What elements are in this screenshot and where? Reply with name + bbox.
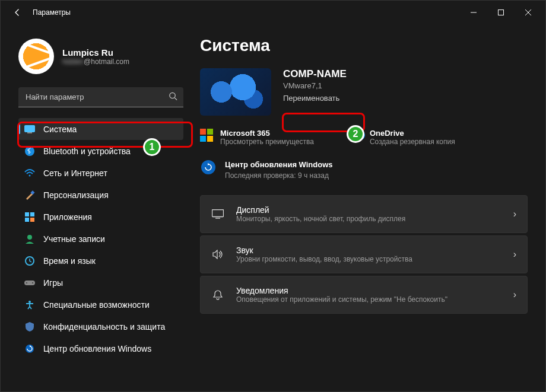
nav-accounts[interactable]: Учетные записи xyxy=(18,228,183,250)
clock-icon xyxy=(24,256,35,266)
title-bar: Параметры xyxy=(1,1,545,24)
svg-rect-11 xyxy=(25,212,29,216)
update-icon xyxy=(24,343,35,354)
svg-point-8 xyxy=(25,146,34,156)
nav-list: Система Bluetooth и устройства Сеть и Ин… xyxy=(18,118,183,359)
promo-sub: Создана резервная копия xyxy=(370,138,455,146)
settings-cards: Дисплей Мониторы, яркость, ночной свет, … xyxy=(200,195,528,314)
promo-title: Microsoft 365 xyxy=(220,129,314,138)
card-sound[interactable]: Звук Уровни громкости, вывод, ввод, звук… xyxy=(200,235,528,273)
sound-icon xyxy=(211,250,224,259)
update-sub: Последняя проверка: 9 ч назад xyxy=(225,171,333,180)
search-box[interactable] xyxy=(18,87,183,107)
nav-label: Система xyxy=(43,125,77,134)
svg-rect-12 xyxy=(30,212,34,216)
nav-label: Сеть и Интернет xyxy=(43,168,107,178)
person-icon xyxy=(24,234,35,244)
svg-point-20 xyxy=(28,301,31,303)
nav-label: Персонализация xyxy=(43,190,109,200)
svg-line-5 xyxy=(174,97,177,100)
svg-point-9 xyxy=(29,174,31,176)
nav-accessibility[interactable]: Специальные возможности xyxy=(18,294,183,315)
update-icon xyxy=(201,160,215,174)
nav-gaming[interactable]: Игры xyxy=(18,272,183,294)
promo-onedrive[interactable]: OneDrive Создана резервная копия xyxy=(350,129,455,146)
promo-ms365[interactable]: Microsoft 365 Просмотреть преимущества xyxy=(200,129,314,146)
window-controls xyxy=(460,3,542,22)
nav-apps[interactable]: Приложения xyxy=(18,206,183,228)
nav-label: Время и язык xyxy=(43,256,96,266)
svg-point-18 xyxy=(26,282,27,283)
chevron-right-icon: › xyxy=(513,289,516,300)
gamepad-icon xyxy=(24,278,35,288)
device-image xyxy=(200,68,271,116)
chevron-right-icon: › xyxy=(513,209,516,219)
nav-label: Приложения xyxy=(43,212,92,222)
nav-label: Конфиденциальность и защита xyxy=(43,322,165,332)
main-panel: Система COMP-NAME VMware7,1 Переименоват… xyxy=(191,24,545,391)
svg-rect-22 xyxy=(212,209,224,216)
nav-label: Центр обновления Windows xyxy=(43,344,151,353)
accessibility-icon xyxy=(24,299,35,310)
nav-privacy[interactable]: Конфиденциальность и защита xyxy=(18,315,183,337)
profile-email: hidden@hotmail.com xyxy=(62,58,129,66)
card-title: Дисплей xyxy=(236,205,501,215)
system-icon xyxy=(24,124,35,135)
minimize-button[interactable] xyxy=(460,3,487,22)
nav-time-language[interactable]: Время и язык xyxy=(18,250,183,272)
close-button[interactable] xyxy=(515,3,542,22)
annotation-badge-1: 1 xyxy=(143,138,161,156)
maximize-button[interactable] xyxy=(487,3,515,22)
svg-rect-6 xyxy=(25,125,35,132)
display-icon xyxy=(211,209,224,219)
brush-icon xyxy=(24,190,35,200)
card-sub: Уровни громкости, вывод, ввод, звуковые … xyxy=(236,255,501,263)
nav-windows-update[interactable]: Центр обновления Windows xyxy=(18,337,183,359)
nav-personalization[interactable]: Персонализация xyxy=(18,184,183,206)
chevron-right-icon: › xyxy=(513,249,516,260)
bell-icon xyxy=(211,289,224,300)
bluetooth-icon xyxy=(24,146,35,157)
sidebar: Lumpics Ru hidden@hotmail.com Система Bl… xyxy=(1,24,191,391)
svg-point-19 xyxy=(32,282,33,283)
search-icon xyxy=(169,91,177,103)
nav-label: Игры xyxy=(43,278,63,288)
card-sub: Оповещения от приложений и системы, режи… xyxy=(236,295,501,304)
promo-title: OneDrive xyxy=(370,129,455,138)
svg-point-4 xyxy=(170,93,175,98)
wifi-icon xyxy=(24,168,35,179)
nav-system[interactable]: Система xyxy=(18,118,183,140)
card-sub: Мониторы, яркость, ночной свет, профиль … xyxy=(236,215,501,223)
search-input[interactable] xyxy=(18,87,183,107)
back-button[interactable] xyxy=(7,2,28,23)
card-display[interactable]: Дисплей Мониторы, яркость, ночной свет, … xyxy=(200,195,528,233)
avatar xyxy=(18,39,54,74)
windows-update-block[interactable]: Центр обновления Windows Последняя прове… xyxy=(200,160,528,180)
svg-point-15 xyxy=(27,235,32,240)
apps-icon xyxy=(24,212,35,222)
rename-link[interactable]: Переименовать xyxy=(283,94,347,103)
nav-network[interactable]: Сеть и Интернет xyxy=(18,162,183,184)
device-block: COMP-NAME VMware7,1 Переименовать xyxy=(200,68,528,116)
ms365-icon xyxy=(200,129,213,142)
svg-rect-17 xyxy=(24,281,35,285)
window-title: Параметры xyxy=(33,8,71,17)
shield-icon xyxy=(24,321,35,332)
card-title: Звук xyxy=(236,246,501,255)
nav-label: Учетные записи xyxy=(43,234,105,244)
svg-rect-14 xyxy=(30,218,34,222)
profile-block[interactable]: Lumpics Ru hidden@hotmail.com xyxy=(18,39,183,74)
annotation-badge-2: 2 xyxy=(347,125,364,143)
promo-sub: Просмотреть преимущества xyxy=(220,138,314,146)
nav-label: Bluetooth и устройства xyxy=(43,146,131,156)
nav-label: Специальные возможности xyxy=(43,300,150,310)
svg-rect-13 xyxy=(25,218,29,222)
page-title: Система xyxy=(200,36,528,55)
device-name: COMP-NAME xyxy=(283,68,347,80)
card-notifications[interactable]: Уведомления Оповещения от приложений и с… xyxy=(200,276,528,314)
svg-rect-7 xyxy=(27,132,32,133)
card-title: Уведомления xyxy=(236,286,501,295)
device-model: VMware7,1 xyxy=(283,81,347,90)
profile-name: Lumpics Ru xyxy=(62,47,129,58)
svg-rect-1 xyxy=(499,10,504,15)
